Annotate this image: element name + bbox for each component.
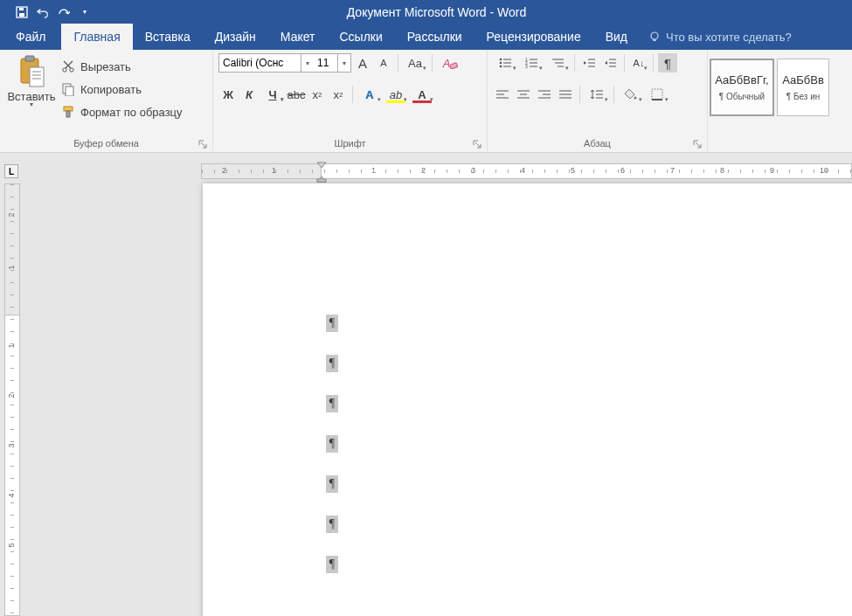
show-hide-marks-button[interactable]: ¶: [658, 53, 677, 73]
font-name-dropdown-icon[interactable]: ▾: [301, 59, 314, 67]
superscript-button[interactable]: x2: [329, 85, 348, 104]
ruler-tick: 4: [7, 493, 16, 497]
font-size-dropdown-icon[interactable]: ▾: [338, 59, 350, 67]
multilevel-list-button[interactable]: [545, 53, 570, 73]
font-launcher-icon[interactable]: [473, 140, 483, 150]
tab-selector[interactable]: L: [4, 164, 18, 178]
clear-formatting-button[interactable]: A: [437, 53, 456, 73]
ruler-tick: 4: [521, 166, 525, 175]
tab-design[interactable]: Дизайн: [203, 24, 268, 50]
align-right-button[interactable]: [535, 85, 554, 104]
sort-icon: A↓: [634, 58, 645, 68]
change-case-button[interactable]: Aa: [403, 53, 427, 73]
group-paragraph: 123 A↓ ¶ Абз: [488, 50, 708, 152]
bold-button[interactable]: Ж: [218, 85, 238, 104]
sort-button[interactable]: A↓: [629, 53, 648, 73]
align-left-button[interactable]: [493, 85, 512, 104]
align-center-button[interactable]: [514, 85, 533, 104]
ruler-tick: 1: [7, 343, 16, 348]
svg-rect-2: [19, 8, 24, 10]
style-normal[interactable]: АаБбВвГг, ¶ Обычный: [710, 59, 774, 116]
cut-button[interactable]: Вырезать: [61, 57, 183, 76]
group-label-paragraph: Абзац: [488, 135, 707, 152]
tab-layout[interactable]: Макет: [268, 24, 328, 50]
paragraph-mark[interactable]: ¶: [326, 395, 338, 412]
group-label-clipboard: Буфер обмена: [0, 135, 212, 152]
svg-point-12: [70, 68, 73, 72]
numbering-button[interactable]: 123: [519, 53, 544, 73]
shading-button[interactable]: [619, 85, 643, 104]
strikethrough-button[interactable]: abc: [287, 85, 306, 104]
svg-rect-1: [19, 13, 24, 17]
underline-button[interactable]: Ч: [260, 85, 285, 104]
shrink-font-button[interactable]: A: [374, 53, 393, 73]
svg-text:3: 3: [525, 64, 528, 68]
ruler-tick: 10: [820, 166, 828, 175]
save-icon[interactable]: [16, 6, 28, 18]
paragraph-mark[interactable]: ¶: [326, 315, 338, 332]
paragraph-mark[interactable]: ¶: [326, 355, 338, 372]
style-no-spacing[interactable]: АаБбВв ¶ Без ин: [777, 59, 829, 116]
group-clipboard: Вставить ▾ Вырезать Копировать: [0, 50, 213, 152]
document-workspace: L 2112345678910 2112345 ¶¶¶¶¶¶¶: [0, 153, 852, 616]
grow-font-button[interactable]: A: [353, 53, 372, 73]
svg-rect-17: [450, 62, 458, 68]
window-title: Документ Microsoft Word - Word: [91, 5, 852, 19]
redo-icon[interactable]: [58, 6, 70, 18]
ruler-tick: 2: [7, 212, 16, 217]
text-effects-icon: A: [365, 88, 373, 101]
italic-button[interactable]: К: [239, 85, 259, 104]
bullets-icon: [499, 58, 511, 68]
document-page[interactable]: ¶¶¶¶¶¶¶: [203, 183, 852, 616]
paragraph-mark[interactable]: ¶: [326, 556, 338, 573]
font-size-value[interactable]: 11: [314, 54, 338, 72]
subscript-button[interactable]: x2: [308, 85, 327, 104]
ribbon-tabs: Файл Главная Вставка Дизайн Макет Ссылки…: [0, 24, 852, 50]
paragraph-mark[interactable]: ¶: [326, 435, 338, 453]
borders-button[interactable]: [645, 85, 669, 104]
vertical-ruler[interactable]: 2112345: [4, 183, 20, 616]
font-name-combo[interactable]: Calibri (Оснс ▾ 11 ▾: [218, 53, 351, 73]
tab-review[interactable]: Рецензирование: [474, 24, 593, 50]
tab-insert[interactable]: Вставка: [133, 24, 203, 50]
svg-rect-4: [654, 39, 656, 41]
horizontal-ruler[interactable]: 2112345678910: [201, 163, 852, 179]
tab-file[interactable]: Файл: [0, 24, 61, 50]
svg-point-11: [63, 68, 66, 72]
copy-label: Копировать: [80, 83, 142, 96]
svg-point-3: [651, 32, 658, 39]
highlight-icon: ab: [390, 88, 402, 101]
font-color-button[interactable]: A: [410, 85, 434, 104]
tab-references[interactable]: Ссылки: [327, 24, 394, 50]
qat-customize-icon[interactable]: ▾: [79, 6, 91, 18]
ruler-tick: 3: [7, 443, 16, 447]
paragraph-mark[interactable]: ¶: [326, 516, 338, 533]
format-painter-button[interactable]: Формат по образцу: [61, 102, 183, 121]
line-spacing-button[interactable]: [585, 85, 609, 104]
style-name-normal: ¶ Обычный: [719, 92, 765, 101]
undo-icon[interactable]: [37, 6, 49, 18]
highlight-button[interactable]: ab: [384, 85, 408, 104]
paste-dropdown-icon[interactable]: ▾: [30, 100, 33, 108]
paragraph-mark[interactable]: ¶: [326, 475, 338, 493]
justify-button[interactable]: [556, 85, 575, 104]
lightbulb-icon: [648, 31, 661, 43]
bullets-button[interactable]: [493, 53, 517, 73]
tell-me-search[interactable]: Что вы хотите сделать?: [640, 24, 800, 50]
clipboard-launcher-icon[interactable]: [198, 140, 209, 150]
copy-button[interactable]: Копировать: [61, 80, 183, 99]
increase-indent-button[interactable]: [600, 53, 620, 73]
svg-rect-55: [652, 89, 662, 100]
paste-button[interactable]: Вставить ▾: [5, 53, 58, 108]
indent-marker-icon[interactable]: [316, 162, 327, 183]
tab-mailings[interactable]: Рассылки: [395, 24, 474, 50]
paragraph-launcher-icon[interactable]: [693, 140, 703, 150]
svg-rect-16: [66, 111, 70, 117]
tab-home[interactable]: Главная: [61, 24, 132, 50]
numbering-icon: 123: [525, 58, 537, 68]
tab-view[interactable]: Вид: [593, 24, 640, 50]
decrease-indent-button[interactable]: [579, 53, 599, 73]
text-effects-button[interactable]: A: [357, 85, 382, 104]
group-styles: АаБбВвГг, ¶ Обычный АаБбВв ¶ Без ин: [708, 50, 852, 152]
font-name-value[interactable]: Calibri (Оснс: [219, 54, 301, 72]
